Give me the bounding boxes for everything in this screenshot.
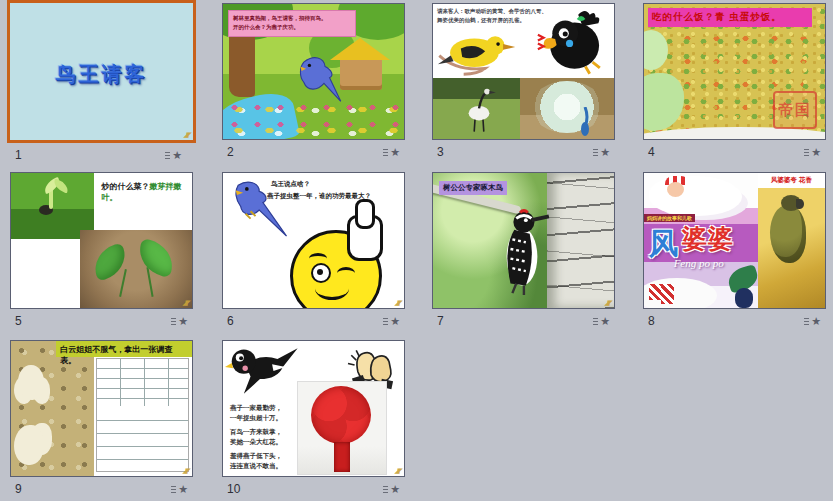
slide-7-thumbnail[interactable]: 树公公专家啄木鸟 ◢◤	[432, 172, 615, 309]
slide-number: 3	[437, 145, 444, 159]
slide-4-thumbnail[interactable]: 吃的什么饭？青 虫蛋炒饭。 帝国	[643, 3, 826, 140]
series-ribbon: 妈妈讲的故事和儿歌	[644, 214, 695, 222]
animation-star-icon[interactable]: ★	[165, 149, 182, 162]
animation-star-icon[interactable]: ★	[593, 146, 610, 159]
slide-cell-2: 树林里真热闹，鸟王请客，招待百鸟。 开的什么会？为燕子庆功。 2 ★	[222, 3, 405, 159]
slide-8-thumbnail[interactable]: 妈妈讲的故事和儿歌 风 婆婆 Feng po po 风婆婆夸 花香	[643, 172, 826, 309]
star-glyph: ★	[600, 146, 610, 159]
slide-sorter-view: 鸟王请客 ◢◤ 1 ★ 树林里真热闹，鸟王请客，招待百鸟。 开的	[0, 0, 833, 501]
gold-corner-mark: ◢◤	[182, 467, 189, 474]
striped-house	[661, 284, 674, 304]
parrot-beak	[796, 199, 804, 209]
blue-swallow-illustration	[287, 52, 343, 108]
animation-star-icon[interactable]: ★	[593, 315, 610, 328]
slide-cell-8: 妈妈讲的故事和儿歌 风 婆婆 Feng po po 风婆婆夸 花香 8 ★	[643, 172, 826, 328]
title-chars-popo: 婆婆	[682, 222, 734, 255]
animation-star-icon[interactable]: ★	[171, 315, 188, 328]
slide-6-line2: 燕子捉虫整一年，谁的功劳最最大？	[267, 192, 371, 201]
motion-lines-icon	[171, 489, 176, 490]
slide-4-banner: 吃的什么饭？青 虫蛋炒饭。	[648, 8, 812, 27]
slide-number: 10	[227, 482, 240, 496]
red-seal-watermark: 帝国	[773, 91, 817, 129]
gold-corner-mark: ◢◤	[182, 299, 189, 306]
motion-lines-icon	[383, 321, 388, 322]
striped-house	[649, 284, 662, 300]
slide-1-title: 鸟王请客	[10, 61, 193, 88]
pupil	[317, 269, 323, 275]
animation-star-icon[interactable]: ★	[383, 315, 400, 328]
slide-cell-3: 请来客人：歌声动听的黄莺、会学舌的八哥、 舞姿优美的仙鹤，还有开屏的孔雀。 3 …	[432, 3, 615, 159]
slide-cell-4: 吃的什么饭？青 虫蛋炒饭。 帝国 4 ★	[643, 3, 826, 159]
motion-lines-icon	[165, 155, 170, 156]
slide-1-thumbnail[interactable]: 鸟王请客 ◢◤	[7, 0, 196, 143]
animation-star-icon[interactable]: ★	[171, 483, 188, 496]
crane-photo	[433, 78, 520, 139]
slide-cell-9: 白云姐姐不服气，拿出一张调查表。 ◢◤ 9 ★	[10, 340, 193, 496]
gold-corner-mark: ◢◤	[394, 467, 401, 474]
survey-form-table	[96, 358, 189, 472]
animation-star-icon[interactable]: ★	[804, 315, 821, 328]
star-glyph: ★	[390, 315, 400, 328]
slide-number: 8	[648, 314, 655, 328]
rosette-petals	[311, 386, 371, 444]
stem	[120, 269, 128, 297]
slide-cell-5: 炒的什么菜？嫩芽拌嫩叶。 ◢◤ 5 ★	[10, 172, 193, 328]
melon-slice	[643, 30, 668, 70]
green-leaf	[135, 238, 178, 278]
motion-lines-icon	[171, 321, 176, 322]
gold-corner-mark: ◢◤	[604, 299, 611, 306]
melon-slice	[643, 73, 684, 131]
slide-2-thumbnail[interactable]: 树林里真热闹，鸟王请客，招待百鸟。 开的什么会？为燕子庆功。	[222, 3, 405, 140]
parrot-photo	[758, 188, 825, 308]
star-glyph: ★	[178, 483, 188, 496]
title-pinyin: Feng po po	[674, 257, 724, 269]
slide-cell-7: 树公公专家啄木鸟 ◢◤ 7 ★	[432, 172, 615, 328]
table-grid	[97, 359, 188, 406]
birch-trunk	[547, 173, 614, 308]
black-swallow-cartoon	[225, 343, 299, 399]
slide-3-thumbnail[interactable]: 请来客人：歌声动听的黄莺、会学舌的八哥、 舞姿优美的仙鹤，还有开屏的孔雀。	[432, 3, 615, 140]
parrot-body	[770, 205, 806, 263]
slide-5-caption: 炒的什么菜？嫩芽拌嫩叶。	[102, 181, 193, 203]
slide-9-thumbnail[interactable]: 白云姐姐不服气，拿出一张调查表。 ◢◤	[10, 340, 193, 477]
white-peacock-photo	[520, 78, 614, 139]
slide-3-caption: 请来客人：歌声动听的黄莺、会学舌的八哥、 舞姿优美的仙鹤，还有开屏的孔雀。	[437, 7, 587, 25]
animation-star-icon[interactable]: ★	[383, 146, 400, 159]
slide-number: 2	[227, 145, 234, 159]
slide-2-caption: 树林里真热闹，鸟王请客，招待百鸟。 开的什么会？为燕子庆功。	[228, 10, 356, 37]
star-glyph: ★	[811, 315, 821, 328]
cloud-shape	[14, 425, 44, 466]
slide-9-banner: 白云姐姐不服气，拿出一张调查表。	[56, 341, 192, 357]
animation-star-icon[interactable]: ★	[804, 146, 821, 159]
star-glyph: ★	[600, 315, 610, 328]
smiley-thumbs-up	[290, 230, 382, 309]
polka-dot-background	[11, 341, 94, 476]
star-glyph: ★	[178, 315, 188, 328]
winking-eye	[337, 267, 355, 279]
yellow-oriole-illustration	[435, 24, 521, 80]
award-ribbon	[334, 442, 350, 472]
red-award-flower-photo	[297, 381, 387, 475]
star-glyph: ★	[390, 483, 400, 496]
gold-corner-mark: ◢◤	[394, 299, 401, 306]
thumb	[355, 199, 375, 229]
motion-lines-icon	[593, 321, 598, 322]
slide-8-side-caption: 风婆婆夸 花香	[758, 173, 825, 188]
slide-number: 1	[15, 148, 22, 162]
seedling-leaves-photo: ◢◤	[80, 230, 192, 308]
cloud-granny	[649, 176, 742, 217]
slide-number: 6	[227, 314, 234, 328]
star-glyph: ★	[390, 146, 400, 159]
slide-cell-6: 鸟王说点啥？ 燕子捉虫整一年，谁的功劳最最大？ ◢◤ 6 ★	[222, 172, 405, 328]
slide-5-thumbnail[interactable]: 炒的什么菜？嫩芽拌嫩叶。 ◢◤	[10, 172, 193, 309]
slide-cell-10: 燕子一家最勤劳， 一年捉虫超十万。 百鸟一齐来鼓掌， 奖她一朵大红花。 羞得燕子…	[222, 340, 405, 496]
slide-number: 9	[15, 482, 22, 496]
animation-star-icon[interactable]: ★	[383, 483, 400, 496]
slide-number: 7	[437, 314, 444, 328]
slide-6-thumbnail[interactable]: 鸟王说点啥？ 燕子捉虫整一年，谁的功劳最最大？ ◢◤	[222, 172, 405, 309]
slide-10-thumbnail[interactable]: 燕子一家最勤劳， 一年捉虫超十万。 百鸟一齐来鼓掌， 奖她一朵大红花。 羞得燕子…	[222, 340, 405, 477]
wooden-house	[340, 56, 382, 90]
motion-lines-icon	[383, 489, 388, 490]
slide-7-label: 树公公专家啄木鸟	[439, 181, 507, 195]
cloud-shape	[18, 365, 45, 400]
